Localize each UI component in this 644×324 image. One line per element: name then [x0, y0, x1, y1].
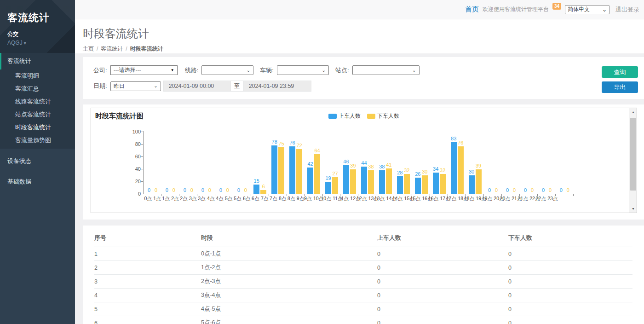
bar-fill [307, 168, 313, 194]
bar-value-label: 32 [440, 168, 445, 173]
sidebar-item[interactable]: 客流量趋势图 [0, 134, 75, 147]
chart-vertical-scrollbar[interactable]: ▲ ▼ [629, 108, 637, 213]
sidebar-item[interactable]: 线路客流统计 [0, 95, 75, 108]
bar-group: 7875 [269, 132, 287, 194]
bar[interactable]: 28 [397, 176, 403, 194]
bar[interactable]: 38 [379, 170, 385, 194]
breadcrumb-home[interactable]: 主页 [83, 46, 94, 52]
export-button[interactable]: 导出 [602, 81, 638, 93]
bar[interactable]: 41 [386, 168, 392, 194]
bar[interactable]: 27 [332, 177, 338, 194]
bar[interactable]: 38 [368, 170, 374, 194]
bar[interactable]: 78 [271, 145, 277, 194]
sidebar-item[interactable]: 客流汇总 [0, 82, 75, 95]
user-menu[interactable]: AQGJ▾ [7, 40, 68, 46]
sidebar-item[interactable]: 时段客流统计 [0, 121, 75, 134]
table-cell: 3点-4点 [201, 289, 377, 302]
query-button[interactable]: 查询 [602, 66, 638, 78]
bar[interactable]: 83 [451, 142, 457, 194]
topbar: 首页 欢迎使用客流统计管理平台 34 简体中文 ⌄ 退出登录 [75, 0, 644, 19]
bar[interactable]: 19 [325, 182, 331, 194]
bar-group: 00 [161, 132, 179, 194]
bar-fill [289, 146, 295, 194]
bar-group: 156 [251, 132, 269, 194]
table-header-row: 序号 时段 上车人数 下车人数 [94, 227, 632, 247]
bar-fill [296, 149, 302, 194]
sidebar-section[interactable]: 设备状态 [0, 153, 75, 169]
table-cell: 4点-5点 [201, 302, 377, 316]
date-preset-select[interactable]: 昨日 ⌄ [110, 81, 161, 91]
home-link[interactable]: 首页 [465, 5, 479, 14]
x-tick-label: 10点-11点 [323, 196, 341, 202]
bar-value-label: 0 [513, 187, 516, 193]
sidebar-item[interactable]: 站点客流统计 [0, 108, 75, 121]
table-cell: 0 [508, 275, 632, 289]
table-cell: 0 [377, 302, 508, 316]
bar[interactable]: 72 [296, 149, 302, 194]
sidebar-other-sections: 设备状态基础数据 [0, 153, 75, 190]
bar[interactable]: 15 [253, 185, 259, 194]
date-end-input[interactable]: 2024-01-09 23:59 [243, 81, 311, 92]
company-label: 公司: [93, 66, 107, 75]
sidebar-section-passenger-stats[interactable]: 客流统计 [0, 53, 75, 69]
table-cell: 0 [377, 316, 508, 324]
bar-value-label: 27 [332, 171, 338, 176]
table-cell: 0 [508, 302, 632, 316]
date-start-input[interactable]: 2024-01-09 00:00 [163, 81, 231, 92]
scrollbar-down-arrow-icon[interactable]: ▼ [629, 205, 637, 213]
table-cell: 1点-2点 [201, 261, 377, 275]
bar[interactable]: 26 [415, 178, 421, 194]
bar[interactable]: 30 [422, 175, 428, 194]
bar[interactable]: 39 [476, 169, 482, 194]
x-tick-label [556, 196, 574, 202]
company-select[interactable]: ---请选择--- ▼ [110, 65, 178, 75]
bar[interactable]: 6 [260, 190, 266, 194]
line-select[interactable]: ⌄ [201, 65, 253, 75]
scrollbar-up-arrow-icon[interactable]: ▲ [629, 108, 637, 116]
sidebar-section[interactable]: 基础数据 [0, 174, 75, 190]
header-alighting: 下车人数 [508, 227, 632, 247]
bar-value-label: 0 [244, 187, 247, 193]
x-tick-label: 17点-18点 [448, 196, 466, 202]
notification-badge: 34 [552, 3, 561, 10]
bar-value-label: 41 [386, 162, 391, 168]
bar[interactable]: 32 [440, 174, 446, 194]
bar[interactable]: 30 [469, 175, 475, 194]
scrollbar-thumb[interactable] [630, 118, 636, 191]
bar[interactable]: 39 [350, 169, 356, 194]
sidebar-item[interactable]: 客流明细 [0, 69, 75, 82]
logout-link[interactable]: 退出登录 [615, 6, 639, 14]
sidebar: 客流统计 公交 AQGJ▾ 客流统计 客流明细客流汇总线路客流统计站点客流统计时… [0, 0, 75, 324]
bar-value-label: 0 [549, 187, 552, 193]
bar-value-label: 19 [325, 175, 331, 181]
chevron-down-icon: ⌄ [322, 68, 325, 73]
bar[interactable]: 76 [458, 146, 464, 194]
bar[interactable]: 75 [278, 147, 284, 194]
bar-value-label: 83 [451, 136, 456, 141]
breadcrumb-section[interactable]: 客流统计 [101, 46, 123, 52]
x-tick-label: 8点-9点 [287, 196, 305, 202]
bar-fill [350, 169, 356, 194]
bar-fill [361, 167, 367, 194]
bar[interactable]: 64 [314, 154, 320, 194]
language-select[interactable]: 简体中文 ⌄ [565, 5, 610, 14]
bar[interactable]: 76 [289, 146, 295, 194]
chevron-down-icon: ⌄ [247, 68, 250, 73]
table-cell: 0 [508, 289, 632, 302]
x-tick-label: 21点-22点 [520, 196, 538, 202]
vehicle-select[interactable]: ⌄ [277, 65, 329, 75]
filter-row-1: 公司: ---请选择--- ▼ 线路: ⌄ 车辆: ⌄ 站点: [93, 65, 593, 75]
bar-group: 00 [538, 132, 556, 194]
bar-group: 00 [484, 132, 502, 194]
bar[interactable]: 34 [433, 173, 439, 194]
bar[interactable]: 32 [404, 174, 410, 194]
bar[interactable]: 44 [361, 167, 367, 194]
bar[interactable]: 46 [343, 165, 349, 194]
bar-value-label: 75 [279, 141, 284, 146]
filter-panel: 公司: ---请选择--- ▼ 线路: ⌄ 车辆: ⌄ 站点: [83, 57, 644, 99]
page-title: 时段客流统计 [83, 26, 644, 41]
table-cell: 0 [377, 261, 508, 275]
station-select[interactable]: ⌄ [352, 65, 420, 75]
chart-scroll-container: 时段车流统计图 上车人数下车人数 020406080100 0000000000… [91, 108, 637, 213]
bar[interactable]: 42 [307, 168, 313, 194]
